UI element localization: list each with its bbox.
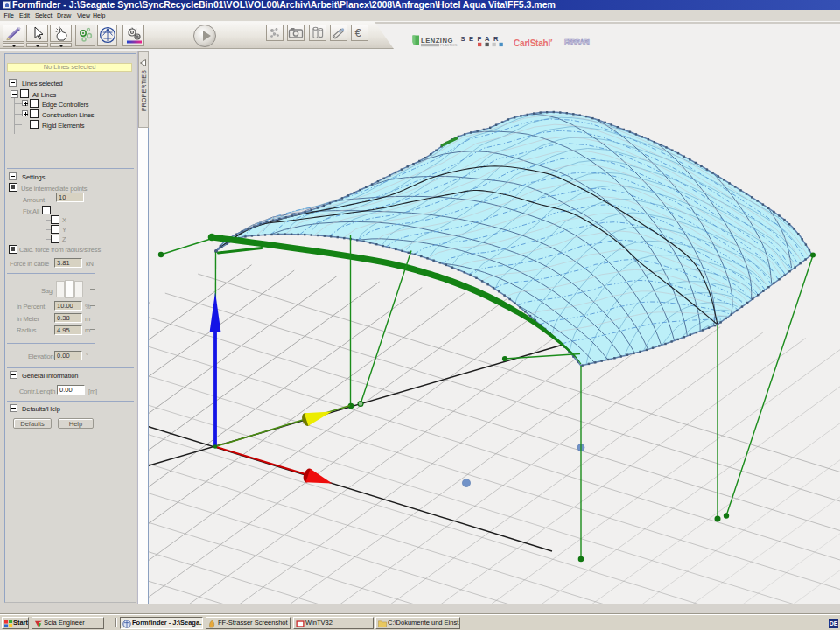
svg-text:SEFAR: SEFAR <box>461 35 502 43</box>
svg-text:PLASTICS: PLASTICS <box>440 43 458 47</box>
svg-text:€: € <box>355 26 362 39</box>
